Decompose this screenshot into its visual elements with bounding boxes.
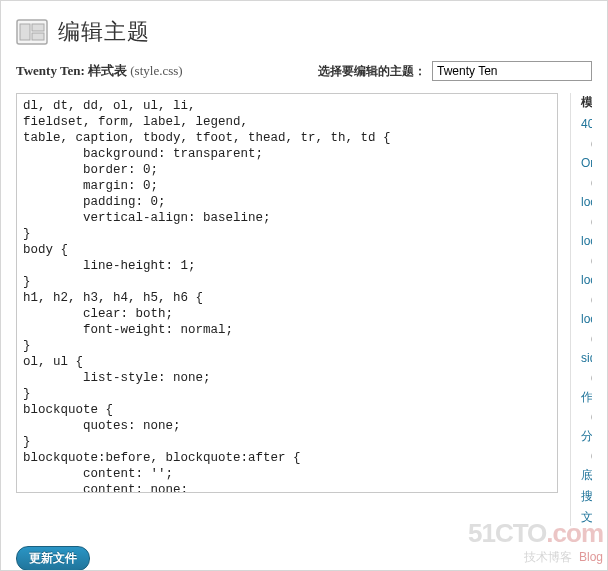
sidebar-file-link[interactable]: 404 [581,115,592,133]
svg-rect-2 [32,24,44,31]
sidebar-file-sub: (全 [591,406,592,424]
current-file-label: Twenty Ten: 样式表 (style.css) [16,62,183,80]
sidebar-file-link[interactable]: 搜索 [581,487,592,505]
sidebar-file-sub: (全 [591,445,592,463]
sidebar-file-sub: (全 [591,367,592,385]
sidebar-file-link[interactable]: loop [581,193,592,211]
sidebar-file-link[interactable]: side [581,349,592,367]
file-list-sidebar: 模板 404(One 板(loop(loop(loop(loop(side(全作… [570,93,592,526]
sidebar-file-sub: ( [591,328,592,346]
sidebar-section-templates: 模板 [581,93,592,111]
theme-select[interactable] [432,61,592,81]
sidebar-file-sub: ( [591,133,592,151]
sidebar-file-sub: ( [591,250,592,268]
theme-editor-icon [16,19,48,45]
sidebar-file-sub: ( [591,172,592,190]
sidebar-file-link[interactable]: loop [581,271,592,289]
sidebar-file-sub: ( [591,211,592,229]
sidebar-file-link[interactable]: loop [581,232,592,250]
page-title: 编辑主题 [58,17,150,47]
sidebar-file-sub: ( [591,289,592,307]
svg-rect-1 [20,24,30,40]
sidebar-file-link[interactable]: 作者 [581,388,592,406]
svg-rect-3 [32,33,44,40]
save-button[interactable]: 更新文件 [16,546,90,571]
sidebar-file-link[interactable]: 分类 [581,427,592,445]
code-editor[interactable] [16,93,558,493]
sidebar-file-link[interactable]: loop [581,310,592,328]
theme-select-label: 选择要编辑的主题： [318,63,426,80]
sidebar-file-link[interactable]: 底部 [581,466,592,484]
sidebar-file-link[interactable]: 文章 [581,508,592,526]
sidebar-file-link[interactable]: One 板 [581,154,592,172]
